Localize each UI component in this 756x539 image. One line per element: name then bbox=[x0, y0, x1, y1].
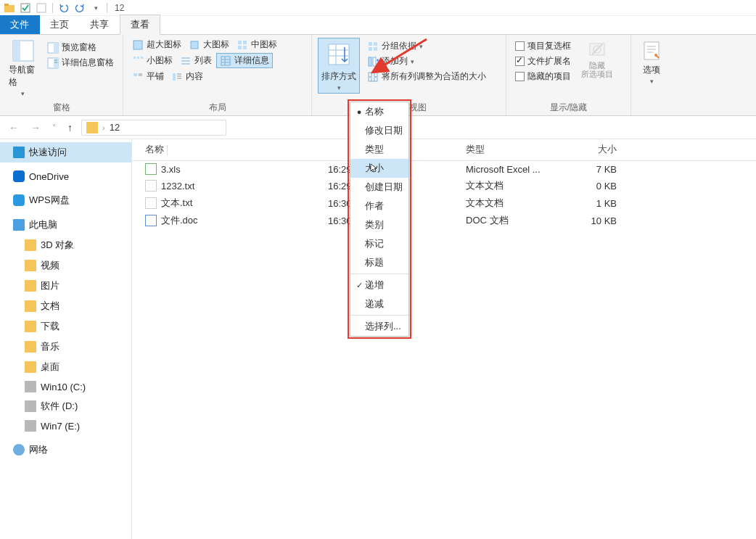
sidebar-this-pc[interactable]: 此电脑 bbox=[0, 215, 131, 235]
hidden-items-toggle[interactable]: 隐藏的项目 bbox=[512, 70, 574, 83]
up-button[interactable]: ↑ bbox=[65, 120, 75, 135]
sidebar-quick-access[interactable]: 快速访问 bbox=[0, 142, 131, 162]
sidebar-network[interactable]: 网络 bbox=[0, 440, 131, 460]
layout-large[interactable]: 大图标 bbox=[186, 38, 232, 52]
back-button[interactable]: ← bbox=[6, 120, 22, 135]
choose-columns[interactable]: 选择列... bbox=[350, 317, 408, 336]
sidebar-3d-objects[interactable]: 3D 对象 bbox=[0, 235, 131, 255]
tab-file[interactable]: 文件 bbox=[0, 15, 40, 34]
layout-content[interactable]: 内容 bbox=[168, 70, 206, 83]
file-row[interactable]: 3.xls 16:29 Microsoft Excel ... 7 KB bbox=[132, 161, 756, 177]
folder-icon bbox=[25, 361, 36, 373]
sidebar-onedrive[interactable]: OneDrive bbox=[0, 167, 131, 186]
svg-rect-39 bbox=[369, 42, 372, 46]
sidebar-drive-d[interactable]: 软件 (D:) bbox=[0, 396, 131, 416]
sort-by-date-created[interactable]: 创建日期 bbox=[350, 178, 408, 197]
svg-rect-20 bbox=[141, 57, 143, 59]
menu-separator bbox=[350, 273, 408, 274]
properties-icon[interactable] bbox=[35, 1, 48, 15]
sidebar-drive-c[interactable]: Win10 (C:) bbox=[0, 377, 131, 396]
checkbox-icon[interactable] bbox=[19, 1, 32, 15]
svg-rect-12 bbox=[133, 41, 142, 49]
tab-home[interactable]: 主页 bbox=[40, 15, 80, 34]
file-list: 名称 类型 大小 3.xls 16:29 Microsoft Excel ...… bbox=[132, 139, 756, 539]
undo-icon[interactable] bbox=[57, 1, 70, 15]
layout-details[interactable]: 详细信息 bbox=[216, 53, 273, 68]
svg-rect-19 bbox=[137, 57, 139, 59]
folder-icon bbox=[86, 122, 98, 133]
layout-list[interactable]: 列表 bbox=[177, 53, 215, 68]
layout-group-label: 布局 bbox=[129, 100, 305, 114]
separator bbox=[107, 3, 107, 13]
wps-icon bbox=[13, 194, 25, 206]
sort-by-author[interactable]: 作者 bbox=[350, 197, 408, 215]
sort-by-type[interactable]: 类型 bbox=[350, 140, 408, 159]
tab-view[interactable]: 查看 bbox=[120, 15, 160, 35]
hide-selected-button[interactable]: 隐藏 所选项目 bbox=[578, 38, 616, 83]
sidebar-downloads[interactable]: 下载 bbox=[0, 316, 131, 337]
item-checkboxes-toggle[interactable]: 项目复选框 bbox=[512, 39, 574, 53]
sort-by-title[interactable]: 标题 bbox=[350, 253, 408, 272]
sort-ascending[interactable]: ✓递增 bbox=[350, 276, 408, 295]
options-button[interactable]: 选项 ▾ bbox=[635, 38, 668, 86]
checkbox-icon bbox=[515, 72, 525, 81]
svg-rect-0 bbox=[4, 5, 15, 12]
recent-dropdown[interactable]: ˅ bbox=[49, 122, 59, 133]
breadcrumb[interactable]: 12 bbox=[110, 122, 120, 133]
ribbon-group-layout: 超大图标 大图标 中图标 小图标 bbox=[123, 35, 312, 115]
window-title: 12 bbox=[115, 3, 124, 13]
sort-by-button[interactable]: 排序方式 ▾ bbox=[318, 38, 360, 94]
add-columns-button[interactable]: 添加列 bbox=[364, 54, 489, 68]
col-size-header[interactable]: 大小 bbox=[567, 144, 625, 156]
sort-by-tags[interactable]: 标记 bbox=[350, 234, 408, 253]
sidebar-drive-e[interactable]: Win7 (E:) bbox=[0, 416, 131, 435]
file-row[interactable]: 1232.txt 16:29 文本文档 0 KB bbox=[132, 177, 756, 194]
tab-share[interactable]: 共享 bbox=[80, 15, 120, 34]
layout-small[interactable]: 小图标 bbox=[129, 53, 176, 68]
sidebar-desktop[interactable]: 桌面 bbox=[0, 357, 131, 377]
network-icon bbox=[13, 444, 25, 456]
sort-by-date-modified[interactable]: 修改日期 bbox=[350, 121, 408, 140]
layout-tiles[interactable]: 平铺 bbox=[129, 70, 167, 83]
svg-rect-17 bbox=[243, 46, 247, 49]
layout-medium[interactable]: 中图标 bbox=[234, 38, 280, 52]
sort-by-name[interactable]: ●名称 bbox=[350, 102, 408, 121]
dropdown-icon[interactable]: ▾ bbox=[89, 1, 102, 15]
preview-pane-button[interactable]: 预览窗格 bbox=[44, 41, 117, 54]
forward-button[interactable]: → bbox=[28, 120, 44, 135]
col-type-header[interactable]: 类型 bbox=[466, 144, 567, 156]
svg-rect-40 bbox=[374, 42, 377, 46]
sidebar-videos[interactable]: 视频 bbox=[0, 255, 131, 276]
column-headers: 名称 类型 大小 bbox=[132, 139, 756, 161]
svg-rect-16 bbox=[238, 46, 242, 49]
address-bar[interactable]: › 12 bbox=[81, 120, 226, 136]
folder-icon bbox=[25, 260, 36, 271]
sort-by-menu: ●名称 修改日期 类型 大小 创建日期 作者 类别 标记 标题 ✓递增 递减 选… bbox=[350, 102, 409, 337]
sort-by-size[interactable]: 大小 bbox=[350, 159, 408, 178]
txt-file-icon bbox=[145, 180, 157, 192]
folder-icon bbox=[25, 300, 36, 312]
nav-pane-button[interactable]: 导航窗格 ▾ bbox=[6, 38, 40, 99]
ribbon-group-options: 选项 ▾ bbox=[631, 35, 672, 115]
redo-icon[interactable] bbox=[73, 1, 86, 15]
group-by-button[interactable]: 分组依据 bbox=[364, 39, 489, 53]
layout-extra-large[interactable]: 超大图标 bbox=[129, 38, 184, 52]
sidebar-music[interactable]: 音乐 bbox=[0, 337, 131, 357]
sort-descending[interactable]: 递减 bbox=[350, 295, 408, 313]
folder-icon bbox=[25, 280, 36, 292]
file-row[interactable]: 文本.txt 16:30 文本文档 1 KB bbox=[132, 194, 756, 212]
sidebar-wps[interactable]: WPS网盘 bbox=[0, 190, 131, 210]
svg-rect-13 bbox=[191, 41, 198, 49]
drive-icon bbox=[25, 400, 36, 412]
sidebar-documents[interactable]: 文档 bbox=[0, 296, 131, 316]
svg-rect-43 bbox=[369, 57, 371, 66]
details-pane-button[interactable]: 详细信息窗格 bbox=[44, 56, 117, 70]
sort-by-category[interactable]: 类别 bbox=[350, 215, 408, 234]
size-all-columns-button[interactable]: 将所有列调整为合适的大小 bbox=[364, 70, 489, 83]
file-extensions-toggle[interactable]: 文件扩展名 bbox=[512, 54, 574, 68]
file-row[interactable]: 文件.doc 16:30 DOC 文档 10 KB bbox=[132, 212, 756, 229]
svg-rect-1 bbox=[4, 4, 9, 6]
title-bar: ▾ 12 bbox=[0, 0, 756, 16]
sidebar-pictures[interactable]: 图片 bbox=[0, 276, 131, 296]
col-name-header[interactable]: 名称 bbox=[132, 144, 328, 156]
